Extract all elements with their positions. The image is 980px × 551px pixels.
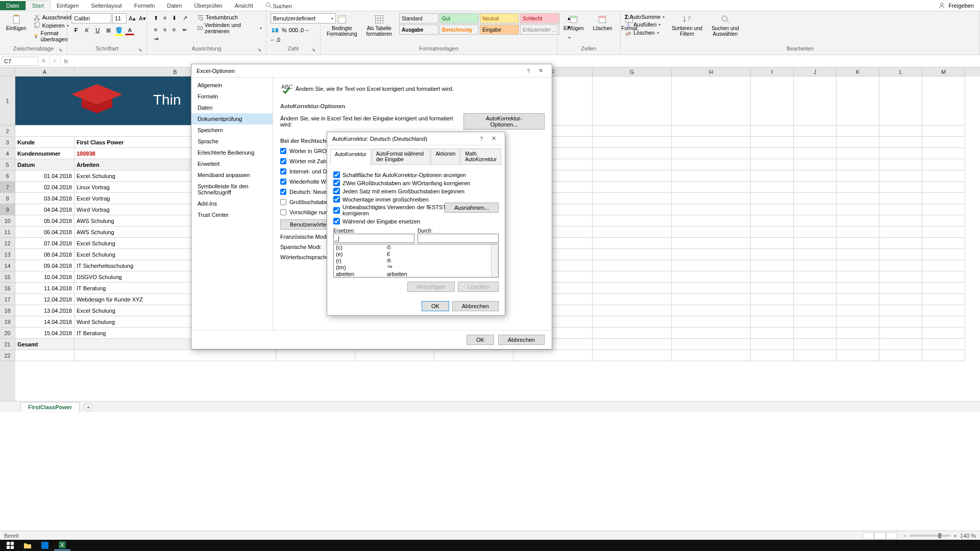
replace-input[interactable]: [333, 234, 414, 243]
cell[interactable]: [879, 260, 922, 271]
cell[interactable]: [672, 249, 751, 260]
row-header[interactable]: 5: [0, 159, 15, 170]
cell[interactable]: [593, 249, 672, 260]
cell[interactable]: [837, 193, 879, 204]
cell[interactable]: [593, 137, 672, 148]
sidebar-item-addins[interactable]: Add-Ins: [191, 198, 273, 209]
cell[interactable]: [751, 316, 794, 328]
cell[interactable]: 06.04.2018: [15, 227, 75, 238]
list-item[interactable]: (tm)™: [334, 264, 498, 271]
bold-button[interactable]: F: [71, 26, 81, 35]
comma-button[interactable]: 000: [289, 26, 298, 35]
cell[interactable]: [879, 316, 922, 328]
cell[interactable]: [922, 328, 965, 339]
options-cancel-button[interactable]: Abbrechen: [498, 335, 545, 345]
cell[interactable]: [672, 316, 751, 328]
cell[interactable]: 14.04.2018: [15, 316, 75, 328]
cell[interactable]: [879, 193, 922, 204]
cell[interactable]: 07.04.2018: [15, 238, 75, 249]
cell[interactable]: [794, 238, 837, 249]
cell[interactable]: [922, 193, 965, 204]
cell[interactable]: [593, 148, 672, 159]
cell[interactable]: [593, 182, 672, 193]
cell[interactable]: [672, 77, 751, 126]
zoom-level[interactable]: 140 %: [960, 533, 976, 539]
chk-two-caps[interactable]: [333, 180, 340, 186]
share-button[interactable]: Freigeben: [938, 2, 980, 9]
row-header[interactable]: 9: [0, 204, 15, 215]
cell[interactable]: [837, 182, 879, 193]
tab-math-autocorrect[interactable]: Math. AutoKorrektur: [460, 148, 501, 164]
col-header[interactable]: I: [751, 67, 794, 77]
cell[interactable]: [794, 204, 837, 215]
style-explanatory[interactable]: Erläuternder ...: [520, 24, 559, 35]
row-header[interactable]: 13: [0, 249, 15, 260]
cell[interactable]: Gesamt: [15, 339, 75, 350]
cell[interactable]: [879, 182, 922, 193]
cell[interactable]: [879, 350, 922, 361]
tab-actions[interactable]: Aktionen: [431, 148, 460, 164]
cell[interactable]: [751, 215, 794, 227]
cell[interactable]: [837, 137, 879, 148]
row-header[interactable]: 15: [0, 271, 15, 283]
cell[interactable]: [794, 328, 837, 339]
row-header[interactable]: 1: [0, 77, 15, 126]
row-header[interactable]: 16: [0, 283, 15, 294]
autocorrect-ok-button[interactable]: OK: [422, 301, 449, 311]
name-box[interactable]: [2, 57, 38, 66]
options-ok-button[interactable]: OK: [467, 335, 494, 345]
decrease-font-button[interactable]: A▾: [138, 14, 147, 23]
cell[interactable]: [879, 77, 922, 126]
sidebar-item-proofing[interactable]: Dokumentprüfung: [191, 113, 273, 124]
cell[interactable]: [751, 182, 794, 193]
paste-button[interactable]: Einfügen: [4, 13, 28, 32]
cell[interactable]: [593, 204, 672, 215]
tab-review[interactable]: Überprüfen: [188, 1, 229, 10]
list-item[interactable]: (e)€: [334, 251, 498, 258]
border-button[interactable]: ⊞: [104, 26, 113, 35]
dialog-titlebar[interactable]: AutoKorrektur: Deutsch (Deutschland) ? ✕: [327, 132, 505, 145]
cell[interactable]: [751, 193, 794, 204]
cell[interactable]: [837, 350, 879, 361]
cell[interactable]: [672, 137, 751, 148]
increase-decimal-button[interactable]: .0→: [300, 26, 309, 35]
cell[interactable]: [794, 77, 837, 126]
cell[interactable]: [879, 204, 922, 215]
chk-uppercase-words[interactable]: [280, 148, 286, 154]
cell[interactable]: [922, 249, 965, 260]
cell[interactable]: [794, 316, 837, 328]
cell[interactable]: [922, 238, 965, 249]
cell[interactable]: [794, 159, 837, 170]
sidebar-item-advanced[interactable]: Erweitert: [191, 158, 273, 169]
cell[interactable]: [434, 350, 513, 361]
cell[interactable]: [879, 227, 922, 238]
cell[interactable]: [593, 77, 672, 126]
sidebar-item-formulas[interactable]: Formeln: [191, 91, 273, 102]
cell[interactable]: [593, 227, 672, 238]
col-header[interactable]: M: [922, 67, 965, 77]
clipboard-launcher[interactable]: ⬊: [59, 47, 63, 53]
cell[interactable]: [672, 294, 751, 305]
row-header[interactable]: 22: [0, 350, 15, 361]
tab-autoformat[interactable]: AutoFormat während der Eingabe: [372, 148, 431, 164]
cell[interactable]: [672, 227, 751, 238]
cell[interactable]: [837, 328, 879, 339]
cell[interactable]: [879, 283, 922, 294]
cell[interactable]: [672, 170, 751, 182]
cell[interactable]: [593, 350, 672, 361]
tab-autocorrect[interactable]: AutoKorrektur: [330, 149, 371, 165]
list-item[interactable]: (r)®: [334, 258, 498, 264]
cell[interactable]: 08.04.2018: [15, 249, 75, 260]
confirm-edit-button[interactable]: ✓: [50, 56, 61, 66]
clear-button[interactable]: Löschen▾: [625, 29, 665, 37]
cell[interactable]: [837, 339, 879, 350]
cell[interactable]: [922, 305, 965, 316]
cell[interactable]: [672, 339, 751, 350]
cell[interactable]: [672, 283, 751, 294]
sidebar-item-language[interactable]: Sprache: [191, 136, 273, 147]
cell[interactable]: 04.04.2018: [15, 204, 75, 215]
normal-view-button[interactable]: [863, 532, 874, 539]
add-button[interactable]: Hinzufügen: [407, 282, 455, 292]
cell[interactable]: [837, 159, 879, 170]
cell[interactable]: [15, 350, 75, 361]
